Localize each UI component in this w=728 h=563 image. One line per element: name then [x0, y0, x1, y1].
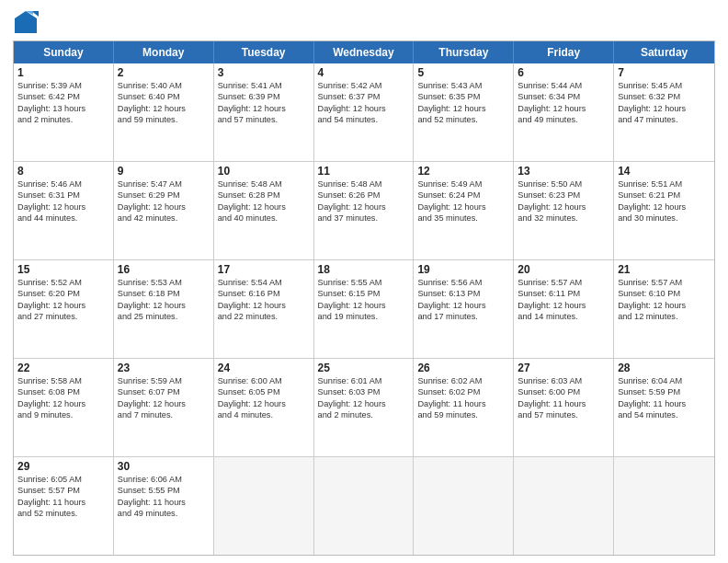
cell-info-line: and 49 minutes. — [518, 114, 609, 125]
cell-info-line: Sunset: 5:55 PM — [118, 485, 210, 496]
calendar-cell-2: 2Sunrise: 5:40 AMSunset: 6:40 PMDaylight… — [114, 63, 214, 161]
cell-info-line: Sunset: 6:15 PM — [318, 288, 410, 299]
cell-info-line: Sunrise: 5:50 AM — [518, 178, 609, 190]
cell-info-line: Sunset: 6:05 PM — [218, 386, 310, 397]
day-number: 17 — [218, 263, 310, 276]
day-number: 1 — [17, 66, 109, 79]
cell-info-line: and 49 minutes. — [118, 508, 210, 519]
calendar-row-4: 22Sunrise: 5:58 AMSunset: 6:08 PMDayligh… — [14, 359, 714, 457]
day-number: 24 — [218, 362, 310, 374]
cell-info-line: Sunrise: 5:43 AM — [417, 80, 509, 91]
day-number: 20 — [518, 263, 609, 276]
cell-info-line: and 17 minutes. — [417, 311, 509, 322]
calendar-cell-9: 9Sunrise: 5:47 AMSunset: 6:29 PMDaylight… — [114, 162, 214, 259]
cell-info-line: Sunset: 6:32 PM — [618, 91, 711, 102]
day-number: 5 — [417, 66, 509, 79]
calendar-cell-empty — [314, 457, 415, 555]
cell-info-line: and 25 minutes. — [118, 311, 210, 322]
header — [13, 9, 715, 35]
cell-info-line: and 52 minutes. — [417, 114, 509, 125]
cell-info-line: Sunrise: 5:47 AM — [118, 178, 210, 190]
cell-info-line: Daylight: 12 hours — [218, 300, 310, 311]
cell-info-line: Sunrise: 5:45 AM — [618, 80, 711, 91]
cell-info-line: Daylight: 12 hours — [318, 398, 410, 409]
cell-info-line: and 42 minutes. — [118, 213, 210, 224]
cell-info-line: Sunrise: 6:02 AM — [417, 375, 509, 386]
cell-info-line: and 40 minutes. — [218, 213, 310, 224]
cell-info-line: Sunrise: 5:41 AM — [218, 80, 310, 91]
calendar-cell-empty — [414, 457, 514, 555]
calendar-cell-21: 21Sunrise: 5:57 AMSunset: 6:10 PMDayligh… — [614, 260, 714, 358]
day-number: 11 — [318, 165, 410, 178]
cell-info-line: and 22 minutes. — [218, 311, 310, 322]
calendar-cell-empty — [614, 457, 714, 555]
cell-info-line: Daylight: 12 hours — [518, 201, 609, 213]
cell-info-line: Daylight: 12 hours — [618, 300, 711, 311]
calendar-cell-5: 5Sunrise: 5:43 AMSunset: 6:35 PMDaylight… — [414, 63, 514, 161]
cell-info-line: Daylight: 12 hours — [518, 103, 609, 114]
calendar-cell-16: 16Sunrise: 5:53 AMSunset: 6:18 PMDayligh… — [114, 260, 214, 358]
cell-info-line: and 27 minutes. — [17, 311, 109, 322]
cell-info-line: Daylight: 11 hours — [417, 398, 509, 409]
calendar-cell-6: 6Sunrise: 5:44 AMSunset: 6:34 PMDaylight… — [514, 63, 614, 161]
cell-info-line: Sunrise: 6:01 AM — [318, 375, 410, 386]
cell-info-line: and 9 minutes. — [17, 409, 109, 420]
cell-info-line: and 35 minutes. — [417, 213, 509, 224]
cell-info-line: and 2 minutes. — [318, 409, 410, 420]
cell-info-line: and 12 minutes. — [618, 311, 711, 322]
cell-info-line: Daylight: 12 hours — [17, 300, 109, 311]
calendar-cell-15: 15Sunrise: 5:52 AMSunset: 6:20 PMDayligh… — [14, 260, 114, 358]
weekday-header-thursday: Thursday — [414, 41, 514, 63]
cell-info-line: Sunset: 6:26 PM — [318, 190, 410, 201]
day-number: 30 — [118, 460, 210, 473]
cell-info-line: Daylight: 12 hours — [17, 398, 109, 409]
cell-info-line: and 2 minutes. — [17, 114, 109, 125]
cell-info-line: Sunset: 6:11 PM — [518, 288, 609, 299]
calendar-cell-empty — [214, 457, 314, 555]
cell-info-line: Sunrise: 5:40 AM — [118, 80, 210, 91]
cell-info-line: Sunrise: 5:48 AM — [318, 178, 410, 190]
cell-info-line: and 32 minutes. — [518, 213, 609, 224]
calendar-cell-20: 20Sunrise: 5:57 AMSunset: 6:11 PMDayligh… — [514, 260, 614, 358]
cell-info-line: Sunrise: 5:42 AM — [318, 80, 410, 91]
day-number: 4 — [318, 66, 410, 79]
calendar-cell-12: 12Sunrise: 5:49 AMSunset: 6:24 PMDayligh… — [414, 162, 514, 259]
cell-info-line: and 54 minutes. — [318, 114, 410, 125]
cell-info-line: and 14 minutes. — [518, 311, 609, 322]
calendar-cell-empty — [514, 457, 614, 555]
calendar-cell-24: 24Sunrise: 6:00 AMSunset: 6:05 PMDayligh… — [214, 359, 314, 456]
logo-icon — [13, 9, 39, 35]
calendar-cell-14: 14Sunrise: 5:51 AMSunset: 6:21 PMDayligh… — [614, 162, 714, 259]
calendar-cell-29: 29Sunrise: 6:05 AMSunset: 5:57 PMDayligh… — [14, 457, 114, 555]
cell-info-line: Sunrise: 5:44 AM — [518, 80, 609, 91]
cell-info-line: Sunset: 6:08 PM — [17, 386, 109, 397]
cell-info-line: Sunrise: 6:04 AM — [618, 375, 711, 386]
cell-info-line: Sunset: 5:57 PM — [17, 485, 109, 496]
cell-info-line: Daylight: 12 hours — [618, 201, 711, 213]
cell-info-line: Sunset: 6:37 PM — [318, 91, 410, 102]
cell-info-line: Sunset: 6:00 PM — [518, 386, 609, 397]
cell-info-line: and 59 minutes. — [417, 409, 509, 420]
cell-info-line: and 4 minutes. — [218, 409, 310, 420]
calendar-cell-3: 3Sunrise: 5:41 AMSunset: 6:39 PMDaylight… — [214, 63, 314, 161]
cell-info-line: Sunrise: 5:54 AM — [218, 277, 310, 288]
calendar-cell-11: 11Sunrise: 5:48 AMSunset: 6:26 PMDayligh… — [314, 162, 415, 259]
cell-info-line: Daylight: 12 hours — [118, 398, 210, 409]
cell-info-line: Daylight: 12 hours — [417, 201, 509, 213]
calendar-body: 1Sunrise: 5:39 AMSunset: 6:42 PMDaylight… — [14, 63, 714, 555]
cell-info-line: Sunset: 6:28 PM — [218, 190, 310, 201]
cell-info-line: Sunset: 6:24 PM — [417, 190, 509, 201]
calendar-cell-30: 30Sunrise: 6:06 AMSunset: 5:55 PMDayligh… — [114, 457, 214, 555]
cell-info-line: Daylight: 12 hours — [618, 103, 711, 114]
calendar-row-5: 29Sunrise: 6:05 AMSunset: 5:57 PMDayligh… — [14, 457, 714, 555]
cell-info-line: and 47 minutes. — [618, 114, 711, 125]
cell-info-line: Sunrise: 5:52 AM — [17, 277, 109, 288]
cell-info-line: Sunset: 6:40 PM — [118, 91, 210, 102]
calendar-cell-8: 8Sunrise: 5:46 AMSunset: 6:31 PMDaylight… — [14, 162, 114, 259]
day-number: 23 — [118, 362, 210, 374]
calendar-row-1: 1Sunrise: 5:39 AMSunset: 6:42 PMDaylight… — [14, 63, 714, 162]
day-number: 12 — [417, 165, 509, 178]
day-number: 15 — [17, 263, 109, 276]
day-number: 26 — [417, 362, 509, 374]
cell-info-line: Sunset: 6:03 PM — [318, 386, 410, 397]
